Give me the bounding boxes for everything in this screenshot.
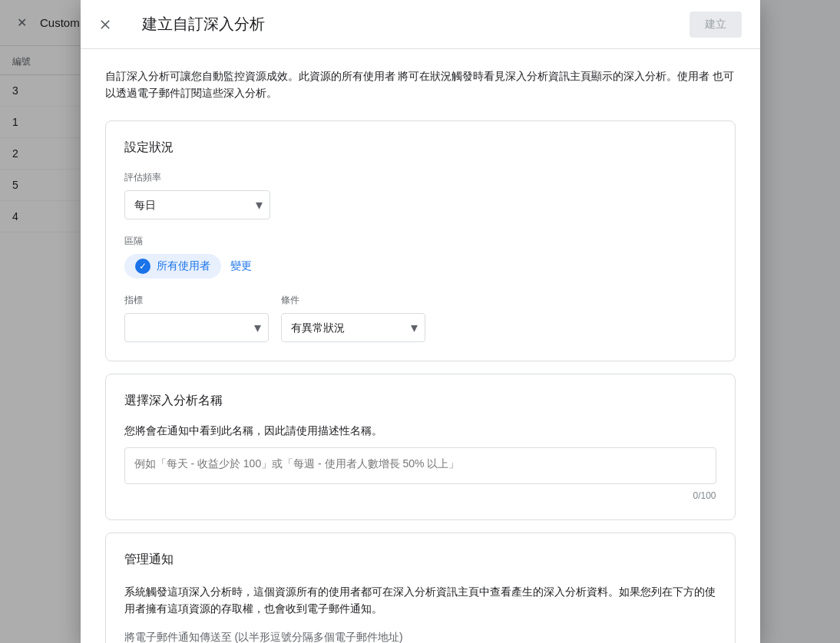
char-count: 0/100 (124, 490, 716, 501)
notif-email-label: 將電子郵件通知傳送至 (以半形逗號分隔多個電子郵件地址) (124, 631, 403, 643)
condition-label: 條件 (281, 294, 425, 307)
segment-check-icon: ✓ (135, 259, 150, 274)
metric-label: 指標 (124, 294, 269, 307)
change-segment-link[interactable]: 變更 (230, 259, 252, 273)
dialog-title: 建立自訂深入分析 (142, 14, 677, 35)
dialog-body: 自訂深入分析可讓您自動監控資源成效。此資源的所有使用者 將可在狀況觸發時看見深入… (81, 49, 760, 643)
segment-value: 所有使用者 (157, 259, 210, 273)
condition-select[interactable]: 有異常狀況大於小於 (281, 313, 425, 342)
condition-col: 條件 有異常狀況大於小於 ▾ (281, 294, 425, 342)
segment-label: 區隔 (124, 235, 716, 248)
choose-name-title: 選擇深入分析名稱 (124, 393, 716, 409)
condition-select-wrapper: 有異常狀況大於小於 ▾ (281, 313, 425, 342)
name-description: 您將會在通知中看到此名稱，因此請使用描述性名稱。 (124, 424, 716, 438)
metric-condition-row: 指標 ▾ 條件 有異常狀況大於小於 ▾ (124, 294, 716, 342)
choose-name-section: 選擇深入分析名稱 您將會在通知中看到此名稱，因此請使用描述性名稱。 0/100 (105, 374, 736, 520)
create-button[interactable]: 建立 (690, 12, 742, 38)
segment-badge: ✓ 所有使用者 (124, 254, 221, 279)
dialog-description: 自訂深入分析可讓您自動監控資源成效。此資源的所有使用者 將可在狀況觸發時看見深入… (105, 68, 736, 102)
segment-group: 區隔 ✓ 所有使用者 變更 (124, 235, 716, 279)
eval-freq-label: 評估頻率 (124, 171, 716, 184)
metric-select[interactable] (124, 313, 269, 342)
notif-description: 系統觸發這項深入分析時，這個資源所有的使用者都可在深入分析資訊主頁中查看產生的深… (124, 583, 716, 618)
set-condition-section: 設定狀況 評估頻率 每日每週 ▾ 區隔 ✓ (105, 120, 736, 361)
metric-select-wrapper: ▾ (124, 313, 269, 342)
modal-overlay: 建立自訂深入分析 建立 自訂深入分析可讓您自動監控資源成效。此資源的所有使用者 … (0, 0, 840, 643)
manage-notifications-title: 管理通知 (124, 552, 716, 568)
dialog-close-button[interactable] (81, 0, 130, 49)
eval-freq-select-wrapper: 每日每週 ▾ (124, 190, 270, 219)
dialog-header: 建立自訂深入分析 建立 (81, 0, 760, 49)
eval-freq-select[interactable]: 每日每週 (124, 190, 270, 219)
set-condition-title: 設定狀況 (124, 140, 716, 156)
metric-col: 指標 ▾ (124, 294, 269, 342)
dialog: 建立自訂深入分析 建立 自訂深入分析可讓您自動監控資源成效。此資源的所有使用者 … (81, 0, 760, 643)
eval-freq-group: 評估頻率 每日每週 ▾ (124, 171, 716, 219)
segment-row: ✓ 所有使用者 變更 (124, 254, 716, 279)
insight-name-input[interactable] (124, 447, 716, 484)
manage-notifications-section: 管理通知 系統觸發這項深入分析時，這個資源所有的使用者都可在深入分析資訊主頁中查… (105, 533, 736, 643)
